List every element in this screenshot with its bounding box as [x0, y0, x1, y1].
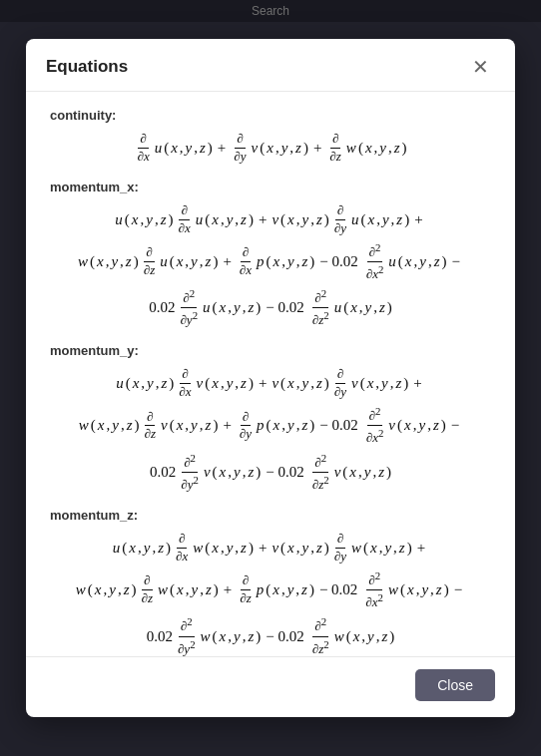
- frac-mx2: ∂ ∂y: [332, 202, 348, 237]
- frac-my7: ∂2 ∂z2: [310, 451, 331, 494]
- frac-mz5: ∂2 ∂x2: [363, 568, 385, 611]
- frac-mx3: ∂ ∂z: [142, 244, 158, 279]
- modal-title: Equations: [46, 57, 128, 77]
- close-icon: ✕: [472, 57, 489, 77]
- modal-close-button[interactable]: ✕: [466, 55, 495, 79]
- modal-body: continuity: ∂ ∂x u(x, y, z) + ∂ ∂y v(x, …: [26, 92, 515, 656]
- equation-momentum-x: u(x,y,z) ∂ ∂x u(x,y,z) + v(x,y,z) ∂ ∂y u…: [50, 202, 491, 330]
- frac-mz6: ∂2 ∂y2: [176, 614, 198, 656]
- frac-mz4: ∂ ∂z: [238, 572, 254, 607]
- frac-mx6: ∂2 ∂y2: [178, 286, 200, 329]
- section-momentum-x-label: momentum_x:: [50, 180, 491, 194]
- frac-mx5: ∂2 ∂x2: [364, 240, 386, 283]
- frac-my6: ∂2 ∂y2: [179, 451, 201, 494]
- frac-my1: ∂ ∂x: [177, 366, 193, 401]
- frac-my5: ∂2 ∂x2: [364, 404, 386, 447]
- frac-mz2: ∂ ∂y: [332, 531, 348, 566]
- frac-du-dx: ∂ ∂x: [135, 131, 151, 166]
- frac-mx1: ∂ ∂x: [177, 202, 193, 237]
- modal-footer: Close: [26, 656, 515, 717]
- frac-mx4: ∂ ∂x: [238, 244, 254, 279]
- section-continuity-label: continuity:: [50, 108, 491, 123]
- equation-continuity: ∂ ∂x u(x, y, z) + ∂ ∂y v(x, y, z) + ∂ ∂z: [50, 131, 491, 166]
- frac-mz1: ∂ ∂x: [174, 531, 190, 566]
- close-footer-button[interactable]: Close: [415, 669, 495, 701]
- modal-overlay: Equations ✕ continuity: ∂ ∂x u(x, y, z) …: [0, 0, 541, 756]
- modal-header: Equations ✕: [26, 39, 515, 92]
- frac-mx7: ∂2 ∂z2: [310, 286, 331, 329]
- equation-momentum-y: u(x,y,z) ∂ ∂x v(x,y,z) + v(x,y,z) ∂ ∂y v…: [50, 366, 491, 494]
- section-momentum-z-label: momentum_z:: [50, 508, 491, 523]
- frac-my4: ∂ ∂y: [238, 409, 254, 444]
- frac-dv-dy: ∂ ∂y: [232, 131, 248, 166]
- frac-my3: ∂ ∂z: [143, 409, 159, 444]
- frac-dw-dz: ∂ ∂z: [327, 131, 343, 166]
- frac-my2: ∂ ∂y: [332, 366, 348, 401]
- frac-mz7: ∂2 ∂z2: [310, 614, 331, 656]
- equation-momentum-z: u(x,y,z) ∂ ∂x w(x,y,z) + v(x,y,z) ∂ ∂y w…: [50, 531, 491, 656]
- section-momentum-y-label: momentum_y:: [50, 343, 491, 358]
- frac-mz3: ∂ ∂z: [140, 572, 156, 607]
- equations-modal: Equations ✕ continuity: ∂ ∂x u(x, y, z) …: [26, 39, 515, 717]
